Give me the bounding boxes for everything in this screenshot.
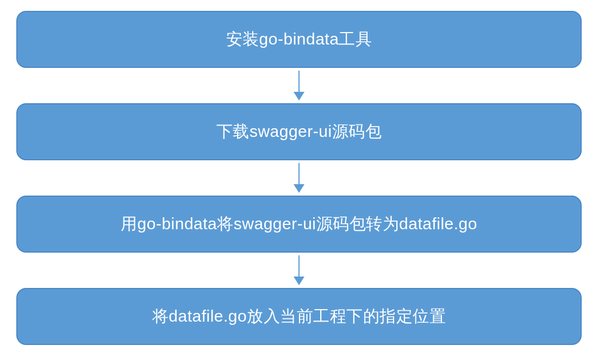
arrow-down-icon: [292, 255, 306, 285]
flow-step-4: 将datafile.go放入当前工程下的指定位置: [16, 288, 582, 345]
flow-step-3: 用go-bindata将swagger-ui源码包转为datafile.go: [16, 196, 582, 253]
arrow-3: [292, 253, 306, 288]
arrow-down-icon: [292, 163, 306, 193]
arrow-down-icon: [292, 71, 306, 101]
flow-step-2: 下载swagger-ui源码包: [16, 103, 582, 160]
arrow-2: [292, 160, 306, 196]
flow-step-2-label: 下载swagger-ui源码包: [216, 121, 382, 143]
flow-step-4-label: 将datafile.go放入当前工程下的指定位置: [152, 305, 446, 328]
arrow-1: [292, 68, 306, 103]
flow-step-1: 安装go-bindata工具: [16, 11, 582, 68]
flow-step-1-label: 安装go-bindata工具: [226, 28, 372, 51]
flow-step-3-label: 用go-bindata将swagger-ui源码包转为datafile.go: [121, 213, 477, 235]
